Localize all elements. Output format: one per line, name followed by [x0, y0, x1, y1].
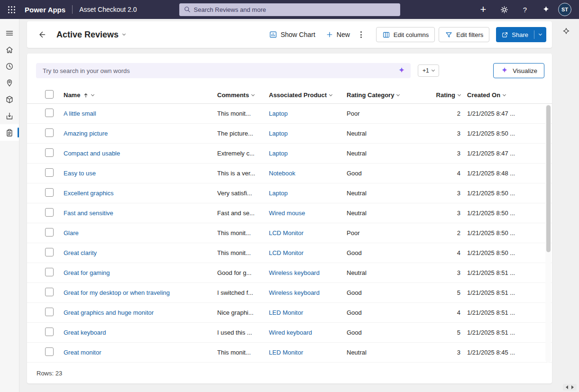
row-checkbox[interactable]	[45, 328, 54, 336]
column-header-created-on[interactable]: Created On	[467, 91, 538, 99]
review-name-link[interactable]: A little small	[64, 110, 96, 117]
show-chart-button[interactable]: Show Chart	[264, 26, 320, 43]
associated-product-link[interactable]: LCD Monitor	[269, 249, 303, 256]
associated-product-link[interactable]: Wired mouse	[269, 210, 305, 217]
review-name-link[interactable]: Excellent graphics	[64, 190, 114, 197]
associated-product-link[interactable]: Wired keyboard	[269, 329, 312, 336]
copilot-search-box[interactable]	[36, 63, 411, 78]
sidebar-item-reviews[interactable]	[0, 124, 19, 141]
share-button[interactable]: Share	[496, 27, 546, 42]
sidebar-menu-toggle[interactable]	[0, 25, 19, 41]
column-header-associated-product[interactable]: Associated Product	[269, 91, 347, 99]
back-button[interactable]	[35, 27, 50, 42]
review-name-link[interactable]: Amazing picture	[64, 130, 108, 137]
table-row[interactable]: Glare This monit... LCD Monitor Poor 2 1…	[27, 223, 552, 243]
review-name-link[interactable]: Great monitor	[64, 349, 101, 356]
associated-product-link[interactable]: Laptop	[269, 150, 288, 157]
associated-product-link[interactable]: Wireless keyboard	[269, 289, 320, 296]
created-on: 1/21/2025 8:47 ...	[467, 110, 538, 117]
associated-product-link[interactable]: Wireless keyboard	[269, 269, 320, 276]
review-name-link[interactable]: Great clarity	[64, 249, 97, 256]
select-all-checkbox[interactable]	[45, 90, 54, 99]
row-checkbox[interactable]	[45, 188, 54, 197]
row-checkbox[interactable]	[45, 148, 54, 157]
row-checkbox[interactable]	[45, 347, 54, 356]
created-on: 1/21/2025 8:48 ...	[467, 170, 538, 177]
row-checkbox[interactable]	[45, 109, 54, 117]
add-button[interactable]: +	[473, 0, 494, 19]
sidebar-item-products[interactable]	[0, 91, 19, 108]
table-row[interactable]: Great for my desktop or when traveling I…	[27, 283, 552, 303]
review-name-link[interactable]: Compact and usable	[64, 150, 120, 157]
associated-product-link[interactable]: LCD Monitor	[269, 229, 303, 237]
review-name-link[interactable]: Glare	[64, 229, 79, 237]
created-on: 1/21/2025 8:47 ...	[467, 150, 538, 157]
horizontal-scrollbar[interactable]	[563, 384, 577, 391]
table-row[interactable]: Great keyboard I used this ... Wired key…	[27, 323, 552, 343]
associated-product-link[interactable]: Laptop	[269, 110, 288, 117]
rating-value: 3	[418, 269, 467, 276]
table-row[interactable]: A little small This monit... Laptop Poor…	[27, 104, 552, 124]
associated-product-link[interactable]: Laptop	[269, 130, 288, 137]
vertical-scrollbar[interactable]	[545, 104, 551, 363]
settings-button[interactable]	[494, 0, 515, 19]
copilot-button[interactable]	[535, 0, 556, 19]
table-row[interactable]: Great graphics and huge monitor Nice gra…	[27, 303, 552, 323]
table-row[interactable]: Great clarity This monit... LCD Monitor …	[27, 243, 552, 263]
environment-name[interactable]: Asset Checkout 2.0	[79, 6, 137, 13]
sidebar-item-checkouts[interactable]	[0, 108, 19, 124]
table-row[interactable]: Easy to use This is a ver... Notebook Go…	[27, 164, 552, 183]
review-name-link[interactable]: Great for my desktop or when traveling	[64, 289, 170, 296]
row-checkbox[interactable]	[45, 128, 54, 137]
view-selector[interactable]: Active Reviews	[56, 30, 125, 40]
more-commands-button[interactable]	[356, 26, 367, 43]
overflow-icon	[360, 31, 362, 38]
scrollbar-thumb[interactable]	[546, 105, 551, 252]
row-checkbox-cell	[37, 228, 64, 238]
column-header-name[interactable]: Name	[64, 91, 217, 99]
row-checkbox[interactable]	[45, 168, 54, 177]
row-checkbox[interactable]	[45, 248, 54, 256]
copilot-search-input[interactable]	[36, 63, 411, 78]
table-row[interactable]: Amazing picture The picture... Laptop Ne…	[27, 124, 552, 144]
table-row[interactable]: Compact and usable Extremely c... Laptop…	[27, 144, 552, 164]
column-header-comments[interactable]: Comments	[217, 91, 269, 99]
help-button[interactable]: ?	[515, 0, 535, 19]
associated-product-link[interactable]: Laptop	[269, 190, 288, 197]
row-checkbox[interactable]	[45, 268, 54, 276]
edit-columns-button[interactable]: Edit columns	[376, 27, 435, 42]
row-checkbox[interactable]	[45, 208, 54, 217]
table-row[interactable]: Great monitor This monit... LED Monitor …	[27, 343, 552, 363]
table-row[interactable]: Fast and sensitive Fast and se... Wired …	[27, 203, 552, 223]
app-name[interactable]: Power Apps	[25, 6, 65, 14]
review-name-link[interactable]: Fast and sensitive	[64, 210, 113, 217]
row-checkbox[interactable]	[45, 288, 54, 296]
row-checkbox[interactable]	[45, 228, 54, 237]
filter-count-chip[interactable]: +1	[418, 64, 439, 77]
review-name-link[interactable]: Easy to use	[64, 170, 96, 177]
app-launcher-button[interactable]	[3, 0, 20, 19]
sidebar-item-home[interactable]	[0, 41, 19, 58]
associated-product-link[interactable]: Notebook	[269, 170, 295, 177]
global-search-box[interactable]	[179, 3, 400, 16]
table-row[interactable]: Excellent graphics Very satisfi... Lapto…	[27, 183, 552, 203]
associated-product-link[interactable]: LED Monitor	[269, 349, 303, 356]
visualize-button[interactable]: Visualize	[493, 63, 544, 78]
edit-filters-button[interactable]: Edit filters	[439, 27, 489, 42]
global-search-input[interactable]	[194, 6, 396, 13]
app-shell: Active Reviews Show Chart New	[0, 19, 579, 392]
table-row[interactable]: Great for gaming Good for g... Wireless …	[27, 263, 552, 283]
sidebar-item-recent[interactable]	[0, 58, 19, 74]
new-button[interactable]: New	[321, 26, 355, 43]
review-name-link[interactable]: Great for gaming	[64, 269, 110, 276]
sidebar-item-pinned[interactable]	[0, 74, 19, 91]
review-name-cell: Glare	[64, 229, 217, 237]
copilot-panel-button[interactable]	[560, 26, 572, 38]
column-header-rating[interactable]: Rating	[418, 91, 467, 99]
associated-product-link[interactable]: LED Monitor	[269, 309, 303, 316]
column-header-rating-category[interactable]: Rating Category	[347, 91, 418, 99]
review-name-link[interactable]: Great keyboard	[64, 329, 106, 336]
account-avatar[interactable]: ST	[558, 3, 571, 16]
row-checkbox[interactable]	[45, 308, 54, 316]
review-name-link[interactable]: Great graphics and huge monitor	[64, 309, 154, 316]
